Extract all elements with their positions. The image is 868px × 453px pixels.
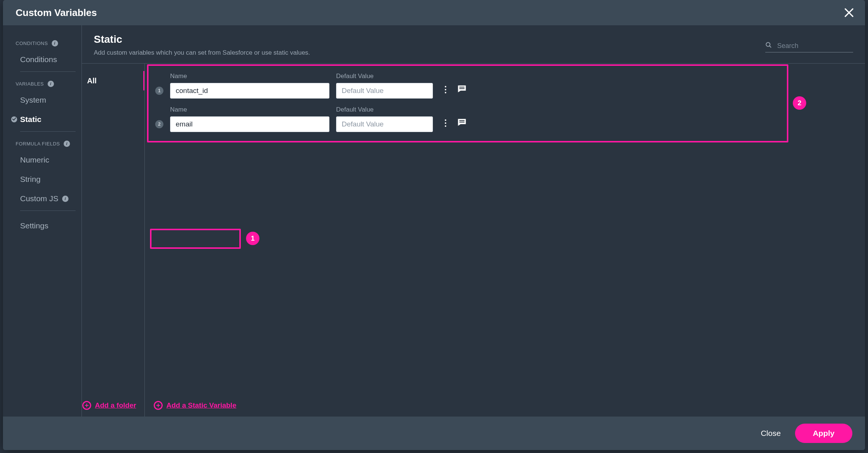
folder-column: All	[82, 64, 144, 417]
modal-body: CONDITIONS i Conditions VARIABLES i Syst…	[3, 25, 865, 417]
plus-icon	[154, 401, 163, 410]
search-icon	[765, 42, 772, 50]
sidebar-section-conditions: CONDITIONS i	[3, 36, 82, 50]
svg-line-3	[769, 46, 771, 48]
default-label: Default Value	[336, 73, 433, 80]
main-panel: Static Add custom variables which you ca…	[82, 25, 865, 417]
add-variable-label: Add a Static Variable	[166, 401, 236, 409]
svg-rect-7	[459, 88, 465, 89]
info-icon[interactable]: i	[48, 81, 54, 87]
page-title: Static	[94, 33, 310, 45]
add-variable-wrap: Add a Static Variable	[154, 401, 236, 410]
row-number-badge: 2	[155, 120, 163, 128]
annotation-callout-1: 1	[246, 232, 259, 245]
sidebar-item-label: Static	[20, 115, 41, 124]
sidebar-item-conditions[interactable]: Conditions	[3, 50, 82, 69]
modal-title: Custom Variables	[16, 7, 97, 19]
row-actions	[445, 117, 467, 129]
sidebar-item-system[interactable]: System	[3, 90, 82, 110]
name-input[interactable]	[170, 83, 329, 99]
plus-icon	[82, 401, 91, 410]
sidebar-item-label: Settings	[20, 221, 48, 230]
sidebar-divider	[20, 211, 76, 211]
sidebar-section-variables: VARIABLES i	[3, 77, 82, 90]
info-icon[interactable]: i	[62, 196, 68, 202]
close-icon[interactable]	[843, 7, 855, 18]
apply-button[interactable]: Apply	[795, 424, 852, 443]
sidebar-divider	[20, 71, 76, 72]
name-label: Name	[170, 73, 329, 80]
add-folder-wrap: Add a folder	[82, 401, 136, 410]
annotation-callout-2: 2	[793, 96, 806, 110]
modal-footer: Close Apply	[3, 417, 865, 450]
add-folder-label: Add a folder	[95, 401, 136, 409]
modal-header: Custom Variables	[3, 0, 865, 25]
svg-point-2	[766, 42, 770, 46]
sidebar-divider	[20, 131, 76, 132]
name-field: Name	[170, 73, 329, 99]
name-label: Name	[170, 106, 329, 113]
main-content: All 2 1 Name Default Value	[82, 64, 865, 417]
kebab-menu-icon[interactable]	[445, 86, 446, 93]
comment-icon[interactable]	[457, 117, 467, 129]
search-input[interactable]	[777, 42, 864, 50]
variable-row: 1 Name Default Value	[149, 67, 856, 101]
variable-row: 2 Name Default Value	[149, 101, 856, 134]
sidebar-item-string[interactable]: String	[3, 170, 82, 189]
sidebar-item-numeric[interactable]: Numeric	[3, 150, 82, 170]
close-button[interactable]: Close	[761, 429, 781, 438]
row-number-badge: 1	[155, 87, 163, 95]
svg-rect-9	[459, 122, 465, 122]
sidebar-section-label: FORMULA FIELDS	[16, 141, 60, 147]
sidebar: CONDITIONS i Conditions VARIABLES i Syst…	[3, 25, 82, 417]
svg-rect-8	[459, 120, 465, 121]
sidebar-item-static[interactable]: Static	[3, 110, 82, 129]
variables-column: 2 1 Name Default Value	[144, 64, 865, 417]
sidebar-item-label: Numeric	[20, 155, 49, 164]
info-icon[interactable]: i	[52, 40, 58, 46]
page-subtitle: Add custom variables which you can set f…	[94, 49, 310, 57]
default-field: Default Value	[336, 106, 433, 132]
add-folder-button[interactable]: Add a folder	[82, 401, 136, 410]
sidebar-item-label: Custom JS	[20, 194, 58, 203]
svg-rect-6	[459, 87, 465, 87]
add-static-variable-button[interactable]: Add a Static Variable	[154, 401, 236, 410]
row-actions	[445, 84, 467, 96]
main-header: Static Add custom variables which you ca…	[82, 25, 865, 64]
custom-variables-modal: Custom Variables CONDITIONS i Conditions…	[3, 0, 865, 450]
main-header-text: Static Add custom variables which you ca…	[94, 33, 310, 57]
sidebar-item-label: System	[20, 96, 46, 105]
annotation-highlight-add	[150, 229, 241, 249]
sidebar-item-customjs[interactable]: Custom JS i	[3, 189, 82, 208]
sidebar-item-label: String	[20, 175, 41, 184]
info-icon[interactable]: i	[64, 141, 70, 147]
name-field: Name	[170, 106, 329, 132]
default-input[interactable]	[336, 83, 433, 99]
default-input[interactable]	[336, 116, 433, 132]
default-label: Default Value	[336, 106, 433, 113]
default-field: Default Value	[336, 73, 433, 99]
check-icon	[12, 117, 16, 121]
sidebar-item-label: Conditions	[20, 55, 57, 64]
search-field[interactable]	[765, 42, 853, 52]
name-input[interactable]	[170, 116, 329, 132]
sidebar-item-settings[interactable]: Settings	[3, 216, 82, 235]
comment-icon[interactable]	[457, 84, 467, 96]
sidebar-section-label: VARIABLES	[16, 81, 44, 87]
folder-tab-all[interactable]: All	[82, 71, 144, 90]
kebab-menu-icon[interactable]	[445, 119, 446, 127]
sidebar-section-formula: FORMULA FIELDS i	[3, 137, 82, 150]
sidebar-section-label: CONDITIONS	[16, 41, 48, 46]
